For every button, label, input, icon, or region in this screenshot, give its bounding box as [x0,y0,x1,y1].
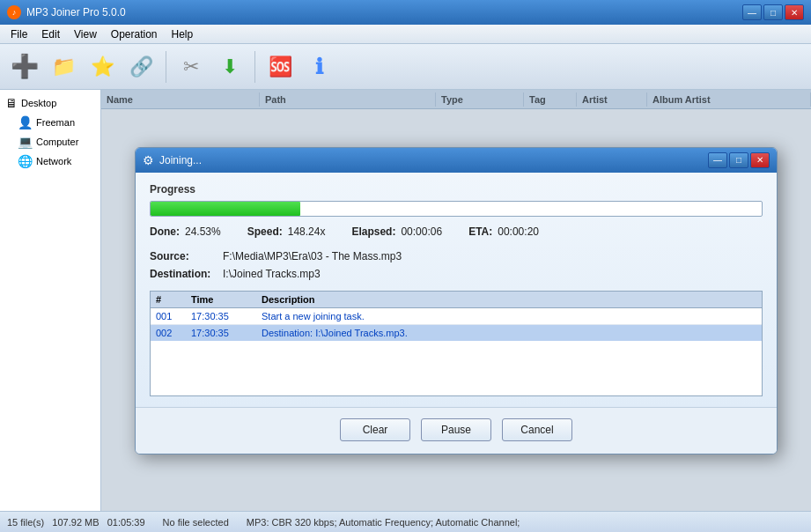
done-label: Done: [150,225,180,238]
dialog-overlay: ⚙ Joining... — □ ✕ Progress [101,90,811,511]
cut-button[interactable]: ✂ [173,49,209,85]
log-col-num-header: # [156,294,191,305]
toolbar-separator [166,51,166,83]
sidebar: 🖥 Desktop 👤 Freeman 💻 Computer 🌐 Network [0,90,101,511]
destination-row: Destination: I:\Joined Tracks.mp3 [150,268,763,280]
speed-label: Speed: [247,225,283,238]
progress-bar-fill [151,202,300,216]
done-value: 24.53% [185,225,221,238]
log-col-desc-header: Description [262,294,756,305]
sidebar-label-computer: Computer [36,137,78,147]
network-icon: 🌐 [18,154,33,168]
progress-bar-background [150,201,763,217]
sidebar-item-desktop[interactable]: 🖥 Desktop [0,93,100,113]
eta-value: 00:00:20 [498,225,539,238]
status-file-count: 15 file(s) [7,517,44,528]
dialog-title-icon: ⚙ [143,153,154,167]
add-favorite-button[interactable]: ⭐ [85,49,120,85]
maximize-button[interactable]: □ [763,4,783,20]
source-label: Source: [150,250,216,262]
add-folder-button[interactable]: 📁 [46,49,81,85]
menu-edit[interactable]: Edit [34,26,67,42]
sidebar-item-network[interactable]: 🌐 Network [0,151,100,171]
app-icon: ♪ [7,5,21,19]
sidebar-item-freeman[interactable]: 👤 Freeman [0,113,100,132]
status-audio-info: MP3: CBR 320 kbps; Automatic Frequency; … [247,517,520,528]
log-row-desc-0: Start a new joining task. [262,311,756,321]
minimize-button[interactable]: — [742,4,762,20]
log-row-desc-1: Destination: I:\Joined Tracks.mp3. [262,328,756,338]
status-selection: No file selected [163,517,229,528]
log-row-time-0: 17:30:35 [191,311,262,321]
joining-dialog: ⚙ Joining... — □ ✕ Progress [135,147,778,454]
log-header: # Time Description [151,292,762,308]
sidebar-label-freeman: Freeman [36,117,75,128]
eta-label: ETA: [468,225,492,238]
source-value: F:\Media\MP3\Era\03 - The Mass.mp3 [223,250,402,262]
download-button[interactable]: ⬇ [212,49,247,85]
help-button[interactable]: 🆘 [262,49,298,85]
log-row-selected[interactable]: 002 17:30:35 Destination: I:\Joined Trac… [151,325,762,341]
dialog-title-left: ⚙ Joining... [143,153,202,167]
log-table: # Time Description 001 17:30:35 Start a … [150,291,763,396]
source-row: Source: F:\Media\MP3\Era\03 - The Mass.m… [150,250,763,262]
menu-bar: File Edit View Operation Help [0,25,811,44]
dialog-footer: Clear Pause Cancel [136,407,777,454]
toolbar-separator-2 [254,51,255,83]
status-files: 15 file(s) 107.92 MB 01:05:39 [7,517,145,528]
content-area: Name Path Type Tag Artist Album Artist ⚙… [101,90,811,511]
info-button[interactable]: ℹ [301,49,336,85]
dialog-content: Progress Done: 24.53% Speed: 148.24x [136,173,777,407]
log-row-time-1: 17:30:35 [191,328,262,338]
stat-done: Done: 24.53% [150,225,221,238]
cancel-button[interactable]: Cancel [502,418,572,441]
desktop-icon: 🖥 [5,96,18,110]
menu-operation[interactable]: Operation [104,26,165,42]
dialog-title: Joining... [159,154,202,166]
pause-button[interactable]: Pause [421,418,491,441]
log-col-time-header: Time [191,294,262,305]
stat-eta: ETA: 00:00:20 [468,225,539,238]
status-file-size: 107.92 MB [52,517,99,528]
menu-file[interactable]: File [4,26,34,42]
app-title: MP3 Joiner Pro 5.0.0 [26,6,126,18]
stat-speed: Speed: 148.24x [247,225,326,238]
status-duration: 01:05:39 [107,517,145,528]
sidebar-item-computer[interactable]: 💻 Computer [0,132,100,151]
speed-value: 148.24x [288,225,326,238]
title-bar-left: ♪ MP3 Joiner Pro 5.0.0 [7,5,126,19]
elapsed-value: 00:00:06 [401,225,442,238]
destination-label: Destination: [150,268,216,280]
progress-stats: Done: 24.53% Speed: 148.24x Elapsed: 00:… [150,225,763,238]
toolbar: ➕ 📁 ⭐ 🔗 ✂ ⬇ 🆘 ℹ [0,44,811,90]
progress-label: Progress [150,183,763,196]
dialog-close-button[interactable]: ✕ [750,152,770,168]
link-button[interactable]: 🔗 [123,49,159,85]
add-files-button[interactable]: ➕ [7,49,42,85]
dialog-titlebar: ⚙ Joining... — □ ✕ [136,148,777,173]
menu-help[interactable]: Help [165,26,201,42]
log-row[interactable]: 001 17:30:35 Start a new joining task. [151,308,762,325]
elapsed-label: Elapsed: [351,225,395,238]
window-controls: — □ ✕ [742,4,804,20]
sidebar-label-desktop: Desktop [21,98,56,108]
menu-view[interactable]: View [67,26,104,42]
computer-icon: 💻 [18,135,33,149]
destination-value: I:\Joined Tracks.mp3 [223,268,321,280]
user-icon: 👤 [18,115,33,129]
close-button[interactable]: ✕ [785,4,804,20]
stat-elapsed: Elapsed: 00:00:06 [351,225,442,238]
log-row-num-0: 001 [156,311,191,321]
main-area: 🖥 Desktop 👤 Freeman 💻 Computer 🌐 Network… [0,90,811,511]
dialog-maximize-button[interactable]: □ [729,152,748,168]
status-bar: 15 file(s) 107.92 MB 01:05:39 No file se… [0,511,811,532]
clear-button[interactable]: Clear [340,418,410,441]
sidebar-label-network: Network [36,156,71,166]
log-row-num-1: 002 [156,328,191,338]
dialog-controls: — □ ✕ [708,152,770,168]
title-bar: ♪ MP3 Joiner Pro 5.0.0 — □ ✕ [0,0,811,25]
dialog-minimize-button[interactable]: — [708,152,727,168]
